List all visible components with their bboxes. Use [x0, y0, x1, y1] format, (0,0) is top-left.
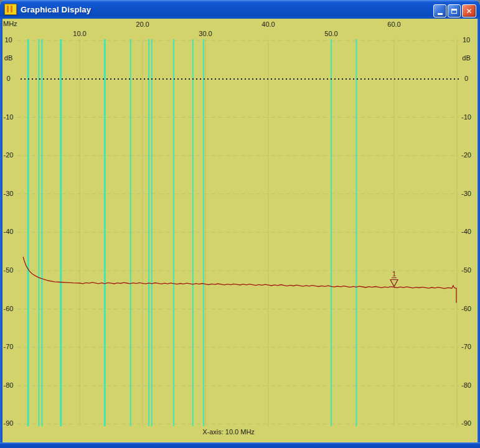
y-tick-label-right: -20: [457, 151, 476, 159]
y-tick-label-left: -60: [1, 305, 16, 312]
y-tick-label-right: 10: [457, 36, 476, 44]
y-axis-unit-label-left: dB: [1, 54, 16, 62]
y-tick-label-left: -90: [1, 419, 16, 427]
x-tick-label: 20.0: [130, 21, 155, 28]
graphical-display-window: Graphical Display ✕ MHz dB dB 10.020.030…: [0, 0, 480, 448]
x-axis-unit-label: MHz: [3, 20, 17, 27]
y-tick-label-left: -50: [1, 266, 16, 274]
y-tick-label-left: -20: [1, 151, 16, 159]
y-tick-label-right: -60: [457, 305, 476, 312]
y-tick-label-right: -90: [457, 419, 476, 427]
y-tick-label-right: -80: [457, 381, 476, 389]
y-tick-label-right: -40: [457, 228, 476, 235]
y-tick-label-right: -30: [457, 190, 476, 197]
x-tick-label: 40.0: [256, 21, 281, 28]
y-tick-label-left: -30: [1, 190, 16, 197]
plot-area[interactable]: [0, 0, 480, 448]
x-tick-label: 60.0: [382, 21, 407, 28]
y-tick-label-left: -40: [1, 228, 16, 235]
y-tick-label-left: -80: [1, 381, 16, 389]
y-axis-unit-label-right: dB: [457, 54, 476, 62]
y-tick-label-left: 10: [1, 36, 16, 44]
y-tick-label-right: -50: [457, 266, 476, 274]
y-tick-label-left: 0: [1, 75, 16, 82]
marker-1-label: 1: [388, 270, 400, 278]
y-tick-label-right: -10: [457, 113, 476, 121]
y-tick-label-right: 0: [457, 75, 476, 82]
x-tick-label: 50.0: [319, 30, 344, 37]
x-tick-label: 30.0: [193, 30, 218, 37]
y-tick-label-left: -70: [1, 343, 16, 350]
x-axis-scale-readout: X-axis: 10.0 MHz: [163, 428, 294, 436]
y-tick-label-right: -70: [457, 343, 476, 350]
y-tick-label-left: -10: [1, 113, 16, 121]
x-tick-label: 10.0: [67, 30, 92, 37]
